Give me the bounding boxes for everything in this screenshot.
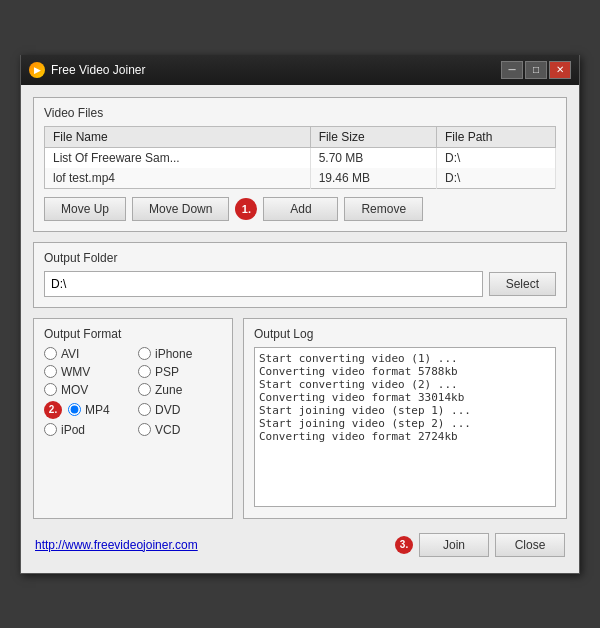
ipod-label: iPod <box>61 423 85 437</box>
vcd-radio[interactable] <box>138 423 151 436</box>
table-row[interactable]: lof test.mp4 19.46 MB D:\ <box>45 168 556 189</box>
remove-button[interactable]: Remove <box>344 197 423 221</box>
file-buttons-row: Move Up Move Down 1. Add Remove <box>44 197 556 221</box>
iphone-radio[interactable] <box>138 347 151 360</box>
file-size-cell: 5.70 MB <box>310 147 436 168</box>
maximize-button[interactable]: □ <box>525 61 547 79</box>
output-log-box: Output Log Start converting video (1) ..… <box>243 318 567 519</box>
col-filepath: File Path <box>437 126 556 147</box>
window-close-button[interactable]: ✕ <box>549 61 571 79</box>
title-bar-left: ▶ Free Video Joiner <box>29 62 146 78</box>
vcd-label: VCD <box>155 423 180 437</box>
dvd-radio[interactable] <box>138 403 151 416</box>
psp-radio[interactable] <box>138 365 151 378</box>
file-name-cell: lof test.mp4 <box>45 168 311 189</box>
join-button[interactable]: Join <box>419 533 489 557</box>
file-table: File Name File Size File Path List Of Fr… <box>44 126 556 189</box>
format-zune: Zune <box>138 383 222 397</box>
zune-label: Zune <box>155 383 182 397</box>
col-filesize: File Size <box>310 126 436 147</box>
move-up-button[interactable]: Move Up <box>44 197 126 221</box>
step1-badge: 1. <box>235 198 257 220</box>
title-bar-controls: ─ □ ✕ <box>501 61 571 79</box>
output-log-label: Output Log <box>254 327 556 341</box>
format-mov: MOV <box>44 383 128 397</box>
video-files-label: Video Files <box>44 106 556 120</box>
format-vcd: VCD <box>138 423 222 437</box>
ipod-radio[interactable] <box>44 423 57 436</box>
bottom-area: Output Format AVI iPhone WMV <box>33 318 567 519</box>
output-folder-row: Select <box>44 271 556 297</box>
mp4-label: MP4 <box>85 403 110 417</box>
avi-radio[interactable] <box>44 347 57 360</box>
format-avi: AVI <box>44 347 128 361</box>
file-path-cell: D:\ <box>437 168 556 189</box>
main-window: ▶ Free Video Joiner ─ □ ✕ Video Files Fi… <box>20 55 580 574</box>
file-path-cell: D:\ <box>437 147 556 168</box>
format-mp4: 2. MP4 <box>44 401 128 419</box>
format-wmv: WMV <box>44 365 128 379</box>
dvd-label: DVD <box>155 403 180 417</box>
format-dvd: DVD <box>138 401 222 419</box>
step3-badge: 3. <box>395 536 413 554</box>
format-psp: PSP <box>138 365 222 379</box>
add-button[interactable]: Add <box>263 197 338 221</box>
output-format-box: Output Format AVI iPhone WMV <box>33 318 233 519</box>
main-content: Video Files File Name File Size File Pat… <box>21 85 579 573</box>
format-grid: AVI iPhone WMV PSP <box>44 347 222 437</box>
title-bar: ▶ Free Video Joiner ─ □ ✕ <box>21 55 579 85</box>
zune-radio[interactable] <box>138 383 151 396</box>
psp-label: PSP <box>155 365 179 379</box>
avi-label: AVI <box>61 347 79 361</box>
app-icon: ▶ <box>29 62 45 78</box>
website-link[interactable]: http://www.freevideojoiner.com <box>35 538 198 552</box>
file-size-cell: 19.46 MB <box>310 168 436 189</box>
wmv-radio[interactable] <box>44 365 57 378</box>
wmv-label: WMV <box>61 365 90 379</box>
output-format-label: Output Format <box>44 327 222 341</box>
output-folder-input[interactable] <box>44 271 483 297</box>
window-title: Free Video Joiner <box>51 63 146 77</box>
file-name-cell: List Of Freeware Sam... <box>45 147 311 168</box>
mov-radio[interactable] <box>44 383 57 396</box>
output-log-textarea[interactable]: Start converting video (1) ... Convertin… <box>254 347 556 507</box>
format-iphone: iPhone <box>138 347 222 361</box>
output-folder-group: Output Folder Select <box>33 242 567 308</box>
mov-label: MOV <box>61 383 88 397</box>
table-row[interactable]: List Of Freeware Sam... 5.70 MB D:\ <box>45 147 556 168</box>
select-button[interactable]: Select <box>489 272 556 296</box>
iphone-label: iPhone <box>155 347 192 361</box>
minimize-button[interactable]: ─ <box>501 61 523 79</box>
move-down-button[interactable]: Move Down <box>132 197 229 221</box>
output-folder-label: Output Folder <box>44 251 556 265</box>
format-ipod: iPod <box>44 423 128 437</box>
step2-badge: 2. <box>44 401 62 419</box>
mp4-radio[interactable] <box>68 403 81 416</box>
close-button[interactable]: Close <box>495 533 565 557</box>
col-filename: File Name <box>45 126 311 147</box>
footer-buttons: 3. Join Close <box>395 533 565 557</box>
video-files-group: Video Files File Name File Size File Pat… <box>33 97 567 232</box>
footer: http://www.freevideojoiner.com 3. Join C… <box>33 529 567 561</box>
